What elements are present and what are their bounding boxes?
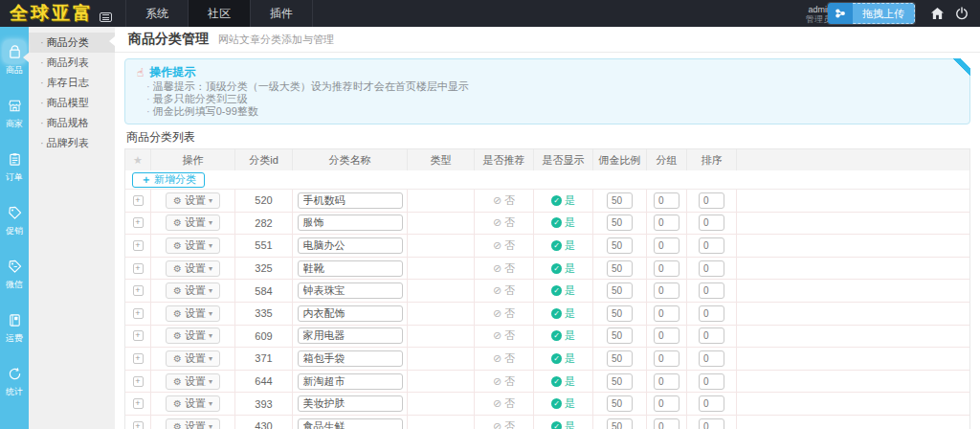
category-name-input[interactable] (298, 305, 403, 322)
category-name-input[interactable] (298, 395, 403, 412)
visible-check-icon[interactable]: ✓ (551, 195, 562, 206)
commission-input[interactable] (607, 282, 633, 299)
visible-check-icon[interactable]: ✓ (551, 376, 562, 387)
commission-input[interactable] (607, 395, 633, 412)
settings-dropdown-button[interactable]: ⚙ 设置 ▾ (166, 214, 220, 231)
commission-input[interactable] (607, 305, 633, 322)
sidebar-item-orders[interactable]: 订单 (0, 138, 29, 192)
group-input[interactable] (654, 350, 679, 367)
group-input[interactable] (654, 192, 679, 209)
sidebar-item-merchants[interactable]: 商家 (0, 84, 29, 138)
commission-input[interactable] (607, 260, 633, 277)
expand-row-button[interactable]: + (133, 330, 144, 341)
category-name-input[interactable] (298, 350, 403, 367)
group-input[interactable] (654, 418, 679, 429)
commission-input[interactable] (607, 373, 633, 390)
submenu-item-goods-spec[interactable]: 商品规格 (29, 113, 115, 133)
sort-input[interactable] (699, 350, 724, 367)
commission-input[interactable] (607, 327, 633, 344)
expand-row-button[interactable]: + (133, 308, 144, 319)
not-recommended-icon[interactable]: ⊘ (493, 397, 501, 410)
settings-dropdown-button[interactable]: ⚙ 设置 ▾ (166, 373, 220, 390)
group-input[interactable] (654, 260, 679, 277)
settings-dropdown-button[interactable]: ⚙ 设置 ▾ (166, 418, 220, 429)
not-recommended-icon[interactable]: ⊘ (493, 262, 501, 275)
commission-input[interactable] (607, 418, 633, 429)
expand-row-button[interactable]: + (133, 240, 144, 251)
sort-input[interactable] (699, 327, 724, 344)
category-name-input[interactable] (298, 282, 403, 299)
visible-check-icon[interactable]: ✓ (551, 308, 562, 319)
not-recommended-icon[interactable]: ⊘ (493, 194, 501, 207)
visible-check-icon[interactable]: ✓ (551, 240, 562, 251)
category-name-input[interactable] (298, 418, 403, 429)
submenu-item-goods-list[interactable]: 商品列表 (29, 53, 115, 73)
visible-check-icon[interactable]: ✓ (551, 285, 562, 296)
sidebar-item-promotions[interactable]: 促销 (0, 192, 29, 245)
not-recommended-icon[interactable]: ⊘ (493, 284, 501, 297)
group-input[interactable] (654, 327, 679, 344)
commission-input[interactable] (607, 214, 633, 231)
settings-dropdown-button[interactable]: ⚙ 设置 ▾ (166, 192, 220, 209)
sort-input[interactable] (699, 418, 724, 429)
submenu-item-goods-model[interactable]: 商品模型 (29, 93, 115, 113)
menu-toggle-icon[interactable] (100, 12, 112, 22)
commission-input[interactable] (607, 192, 633, 209)
submenu-item-brand-list[interactable]: 品牌列表 (29, 133, 115, 153)
sort-input[interactable] (699, 214, 724, 231)
sidebar-item-shipping[interactable]: 运费 (0, 299, 29, 352)
drag-upload-button[interactable]: 拖拽上传 (828, 3, 915, 24)
expand-row-button[interactable]: + (133, 421, 144, 429)
expand-row-button[interactable]: + (133, 285, 144, 296)
settings-dropdown-button[interactable]: ⚙ 设置 ▾ (166, 282, 220, 299)
sort-input[interactable] (699, 282, 724, 299)
not-recommended-icon[interactable]: ⊘ (493, 329, 501, 342)
visible-check-icon[interactable]: ✓ (551, 330, 562, 341)
category-name-input[interactable] (298, 373, 403, 390)
not-recommended-icon[interactable]: ⊘ (493, 375, 501, 388)
sidebar-item-wechat[interactable]: 微信 (0, 245, 29, 299)
category-name-input[interactable] (298, 260, 403, 277)
group-input[interactable] (654, 305, 679, 322)
category-name-input[interactable] (298, 192, 403, 209)
submenu-item-category[interactable]: 商品分类 (29, 33, 115, 53)
power-icon[interactable] (949, 0, 974, 27)
not-recommended-icon[interactable]: ⊘ (493, 216, 501, 229)
settings-dropdown-button[interactable]: ⚙ 设置 ▾ (166, 395, 220, 412)
group-input[interactable] (654, 237, 679, 254)
visible-check-icon[interactable]: ✓ (551, 353, 562, 364)
visible-check-icon[interactable]: ✓ (551, 398, 562, 409)
group-input[interactable] (654, 373, 679, 390)
group-input[interactable] (654, 282, 679, 299)
sort-input[interactable] (699, 192, 724, 209)
expand-row-button[interactable]: + (133, 217, 144, 228)
commission-input[interactable] (607, 237, 633, 254)
not-recommended-icon[interactable]: ⊘ (493, 307, 501, 320)
sort-input[interactable] (699, 305, 724, 322)
expand-row-button[interactable]: + (133, 263, 144, 274)
sort-input[interactable] (699, 373, 724, 390)
expand-row-button[interactable]: + (133, 353, 144, 364)
nav-item-community[interactable]: 社区 (188, 0, 250, 27)
settings-dropdown-button[interactable]: ⚙ 设置 ▾ (166, 305, 220, 322)
sort-input[interactable] (699, 260, 724, 277)
settings-dropdown-button[interactable]: ⚙ 设置 ▾ (166, 327, 220, 344)
sort-input[interactable] (699, 395, 724, 412)
not-recommended-icon[interactable]: ⊘ (493, 420, 501, 429)
not-recommended-icon[interactable]: ⊘ (493, 239, 501, 252)
visible-check-icon[interactable]: ✓ (551, 421, 562, 429)
expand-row-button[interactable]: + (133, 398, 144, 409)
settings-dropdown-button[interactable]: ⚙ 设置 ▾ (166, 350, 220, 367)
visible-check-icon[interactable]: ✓ (551, 217, 562, 228)
settings-dropdown-button[interactable]: ⚙ 设置 ▾ (166, 237, 220, 254)
not-recommended-icon[interactable]: ⊘ (493, 352, 501, 365)
add-category-button[interactable]: ＋ 新增分类 (132, 172, 205, 188)
sidebar-item-statistics[interactable]: 统计 (0, 352, 29, 406)
home-icon[interactable] (924, 0, 949, 27)
group-input[interactable] (654, 395, 679, 412)
nav-item-plugins[interactable]: 插件 (250, 0, 313, 27)
submenu-item-stock-log[interactable]: 库存日志 (29, 73, 115, 93)
commission-input[interactable] (607, 350, 633, 367)
category-name-input[interactable] (298, 214, 403, 231)
category-name-input[interactable] (298, 237, 403, 254)
